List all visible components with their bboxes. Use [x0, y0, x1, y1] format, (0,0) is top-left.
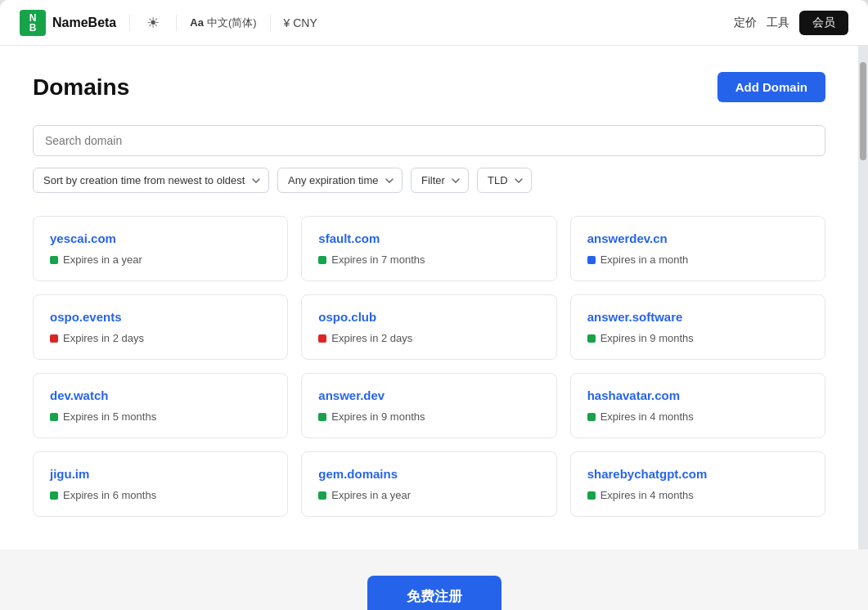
- expires-dot: [587, 256, 596, 264]
- logo[interactable]: N B NameBeta: [20, 10, 116, 36]
- expires-dot: [50, 334, 58, 343]
- domain-name: answer.dev: [318, 388, 539, 402]
- register-button[interactable]: 免费注册: [367, 576, 501, 610]
- scrollbar-thumb[interactable]: [860, 62, 866, 160]
- currency-display: ¥ CNY: [284, 16, 317, 29]
- domain-name: yescai.com: [50, 231, 271, 245]
- content-area: Domains Add Domain Sort by creation time…: [0, 46, 858, 549]
- expires-text: Expires in 9 months: [600, 332, 694, 344]
- domain-name: sharebychatgpt.com: [587, 467, 808, 481]
- page-header: Domains Add Domain: [33, 72, 825, 102]
- domain-card[interactable]: jigu.imExpires in 6 months: [33, 451, 288, 517]
- domain-expires: Expires in 4 months: [587, 489, 808, 501]
- expires-text: Expires in a year: [331, 489, 411, 501]
- tools-nav-link[interactable]: 工具: [767, 16, 789, 30]
- domain-name: dev.watch: [50, 388, 271, 402]
- domain-expires: Expires in a month: [587, 253, 808, 266]
- domain-card[interactable]: ospo.eventsExpires in 2 days: [33, 294, 288, 360]
- pricing-nav-link[interactable]: 定价: [734, 16, 757, 30]
- main-wrapper: Domains Add Domain Sort by creation time…: [0, 46, 868, 549]
- navbar: N B NameBeta ☀ Aa 中文(简体) ¥ CNY 定价 工具 会员: [0, 0, 868, 46]
- theme-icon: ☀: [146, 15, 160, 31]
- expiration-select[interactable]: Any expiration time: [277, 168, 403, 193]
- domain-card[interactable]: hashavatar.comExpires in 4 months: [570, 373, 825, 438]
- search-input[interactable]: [33, 125, 825, 156]
- expires-text: Expires in a month: [600, 253, 689, 266]
- nav-divider-2: [176, 15, 177, 31]
- domain-name: answer.software: [587, 310, 808, 324]
- expires-text: Expires in 7 months: [331, 253, 425, 266]
- vip-button[interactable]: 会员: [799, 11, 848, 35]
- theme-toggle-button[interactable]: ☀: [143, 11, 163, 35]
- domain-expires: Expires in 5 months: [50, 410, 271, 423]
- domain-name: hashavatar.com: [587, 388, 808, 402]
- tld-select[interactable]: TLD: [477, 168, 532, 193]
- expires-text: Expires in 9 months: [331, 410, 425, 423]
- expires-dot: [587, 491, 596, 500]
- domain-expires: Expires in a year: [50, 253, 271, 266]
- expires-text: Expires in 2 days: [331, 332, 412, 344]
- domain-name: gem.domains: [318, 467, 539, 481]
- domain-expires: Expires in 7 months: [318, 253, 539, 266]
- domain-card[interactable]: sfault.comExpires in 7 months: [301, 216, 556, 281]
- expires-dot: [50, 413, 58, 421]
- expires-text: Expires in 4 months: [600, 489, 694, 501]
- domain-card[interactable]: dev.watchExpires in 5 months: [33, 373, 288, 438]
- lang-icon: Aa: [190, 16, 204, 29]
- domain-expires: Expires in 9 months: [587, 332, 808, 344]
- nav-divider-3: [270, 15, 271, 31]
- domain-expires: Expires in 2 days: [318, 332, 539, 344]
- domain-name: jigu.im: [50, 467, 271, 481]
- nav-divider-1: [129, 15, 130, 31]
- expires-text: Expires in 5 months: [63, 410, 156, 423]
- scrollbar-track[interactable]: [858, 46, 868, 549]
- domain-card[interactable]: yescai.comExpires in a year: [33, 216, 288, 281]
- domain-card[interactable]: answer.softwareExpires in 9 months: [570, 294, 825, 360]
- domain-name: answerdev.cn: [587, 231, 808, 245]
- domain-card[interactable]: answerdev.cnExpires in a month: [570, 216, 825, 281]
- filter-select[interactable]: Filter: [411, 168, 469, 193]
- domain-card[interactable]: gem.domainsExpires in a year: [301, 451, 556, 517]
- nav-right: 定价 工具 会员: [734, 11, 848, 35]
- language-selector[interactable]: Aa 中文(简体): [190, 16, 256, 30]
- expires-dot: [50, 491, 58, 500]
- domain-name: ospo.events: [50, 310, 271, 324]
- domain-card[interactable]: sharebychatgpt.comExpires in 4 months: [570, 451, 825, 517]
- expires-dot: [318, 334, 326, 343]
- cta-section: 免费注册 查看定价 →: [0, 549, 868, 610]
- domain-expires: Expires in 2 days: [50, 332, 271, 344]
- expires-text: Expires in 6 months: [63, 489, 156, 501]
- expires-text: Expires in a year: [63, 253, 142, 266]
- add-domain-button[interactable]: Add Domain: [717, 72, 825, 102]
- expires-dot: [318, 491, 326, 500]
- domain-expires: Expires in 6 months: [50, 489, 271, 501]
- domain-name: sfault.com: [318, 231, 539, 245]
- filter-row: Sort by creation time from newest to old…: [33, 168, 825, 193]
- expires-dot: [587, 334, 596, 343]
- expires-dot: [318, 413, 326, 421]
- page-title: Domains: [33, 74, 129, 101]
- domain-expires: Expires in 9 months: [318, 410, 539, 423]
- brand-name: NameBeta: [52, 16, 116, 30]
- expires-text: Expires in 4 months: [600, 410, 694, 423]
- expires-dot: [587, 413, 596, 421]
- domain-card[interactable]: ospo.clubExpires in 2 days: [301, 294, 556, 360]
- sort-select[interactable]: Sort by creation time from newest to old…: [33, 168, 269, 193]
- expires-dot: [50, 256, 58, 264]
- domain-name: ospo.club: [318, 310, 539, 324]
- logo-box: N B: [20, 10, 46, 36]
- domain-expires: Expires in 4 months: [587, 410, 808, 423]
- lang-label: 中文(简体): [207, 16, 257, 30]
- domain-grid: yescai.comExpires in a yearsfault.comExp…: [33, 216, 825, 517]
- domain-card[interactable]: answer.devExpires in 9 months: [301, 373, 556, 438]
- expires-text: Expires in 2 days: [63, 332, 144, 344]
- expires-dot: [318, 256, 326, 264]
- domain-expires: Expires in a year: [318, 489, 539, 501]
